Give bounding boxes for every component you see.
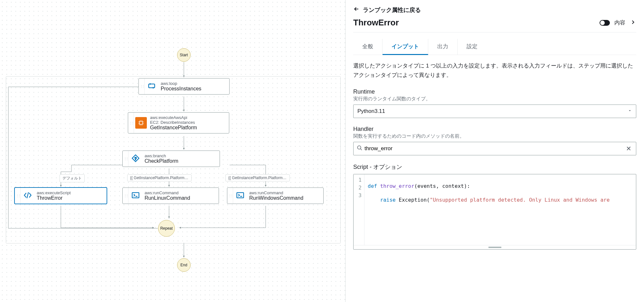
node-name-label: CheckPlatform — [145, 158, 178, 164]
drag-handle-icon[interactable] — [227, 188, 233, 204]
chevron-right-icon[interactable] — [630, 19, 636, 26]
arrow-left-icon — [353, 6, 360, 14]
search-icon — [357, 145, 363, 152]
tab-settings[interactable]: 設定 — [458, 39, 487, 55]
drag-handle-icon[interactable] — [123, 188, 128, 204]
svg-rect-3 — [132, 193, 139, 198]
handler-input[interactable] — [363, 142, 625, 155]
svg-point-5 — [357, 146, 361, 150]
node-branch[interactable]: ? aws:branch CheckPlatform — [122, 151, 220, 167]
handler-label: Handler — [353, 126, 636, 133]
drag-handle-icon[interactable] — [128, 113, 134, 133]
line-gutter: 123 — [354, 174, 365, 245]
back-label: ランブック属性に戻る — [363, 6, 421, 14]
inputs-description: 選択したアクションタイプに 1 つ以上の入力を設定します。表示される入力フィール… — [353, 61, 636, 80]
branch-icon: ? — [131, 154, 140, 164]
back-button[interactable]: ランブック属性に戻る — [353, 6, 636, 14]
node-action-label: aws:executeScript — [37, 190, 71, 195]
node-name-label: ProcessInstances — [161, 86, 201, 92]
runtime-label: Runtime — [353, 88, 636, 95]
node-action-label: aws:loop — [161, 81, 201, 86]
svg-rect-4 — [237, 193, 244, 198]
canvas[interactable]: Start aws:loop ProcessInstances aws:exec… — [0, 0, 345, 302]
end-label: End — [180, 263, 187, 267]
chevron-down-icon — [628, 108, 632, 114]
runtime-hint: 実行用のランタイム関数のタイプ。 — [353, 96, 636, 102]
drag-handle-icon[interactable] — [15, 188, 21, 204]
start-label: Start — [180, 53, 188, 57]
svg-rect-1 — [139, 121, 142, 124]
runtime-select[interactable]: Python3.11 — [353, 105, 636, 118]
repeat-node[interactable]: Repeat — [158, 220, 175, 237]
clear-icon[interactable]: ✕ — [625, 145, 633, 152]
handler-input-wrap: ✕ — [353, 142, 636, 155]
tab-outputs[interactable]: 出力 — [428, 39, 458, 55]
drag-handle-icon[interactable] — [123, 151, 128, 167]
resize-handle[interactable] — [354, 245, 636, 249]
node-name-label: RunLinuxCommand — [145, 195, 190, 201]
end-node[interactable]: End — [177, 258, 191, 272]
side-panel: ランブック属性に戻る ThrowError 内容 全般 インプット 出力 設定 … — [345, 0, 644, 302]
node-name-label: ThrowError — [37, 195, 71, 201]
code-content[interactable]: def throw_error(events, context): raise … — [365, 174, 636, 245]
terminal-icon — [236, 191, 245, 201]
drag-handle-icon[interactable] — [139, 78, 145, 94]
tab-inputs[interactable]: インプット — [383, 39, 428, 55]
node-run-windows[interactable]: aws:runCommand RunWindowsCommand — [227, 188, 324, 204]
node-name-label: GetInstancePlatform — [150, 125, 197, 131]
edge-label-default: デフォルト — [60, 174, 85, 182]
script-label: Script - オプション — [353, 164, 402, 170]
node-loop[interactable]: aws:loop ProcessInstances — [138, 78, 230, 95]
chip-icon — [135, 117, 147, 129]
edge-label-linux: {{ GetInstancePlatform.Platform }} conta… — [127, 174, 192, 181]
tabs: 全般 インプット 出力 設定 — [353, 39, 636, 55]
node-api[interactable]: aws:executeAwsApi EC2: DescribeInstances… — [128, 112, 229, 133]
script-editor[interactable]: 123 def throw_error(events, context): ra… — [353, 174, 636, 250]
code-icon — [23, 191, 32, 201]
node-action-label: aws:runCommand — [145, 190, 190, 195]
runtime-value: Python3.11 — [357, 108, 385, 114]
node-name-label: RunWindowsCommand — [249, 195, 303, 201]
loop-icon — [147, 81, 156, 91]
edge-label-win: {{ GetInstancePlatform.Platform }} conta… — [225, 174, 290, 181]
tab-general[interactable]: 全般 — [353, 39, 383, 55]
node-action-label: aws:branch — [145, 153, 178, 158]
svg-rect-0 — [149, 84, 155, 88]
node-action-label: aws:runCommand — [249, 190, 303, 195]
page-title: ThrowError — [353, 18, 399, 28]
node-sub-label: EC2: DescribeInstances — [150, 120, 197, 125]
start-node[interactable]: Start — [177, 48, 191, 62]
toggle-label: 内容 — [614, 19, 625, 26]
repeat-label: Repeat — [160, 226, 173, 231]
content-toggle[interactable] — [600, 20, 610, 26]
node-run-linux[interactable]: aws:runCommand RunLinuxCommand — [122, 188, 219, 204]
node-action-label: aws:executeAwsApi — [150, 115, 197, 120]
handler-hint: 関数を実行するためのコード内のメソッドの名前。 — [353, 133, 636, 139]
node-throw-error[interactable]: aws:executeScript ThrowError — [14, 188, 107, 204]
terminal-icon — [131, 191, 140, 201]
svg-text:?: ? — [135, 156, 137, 160]
